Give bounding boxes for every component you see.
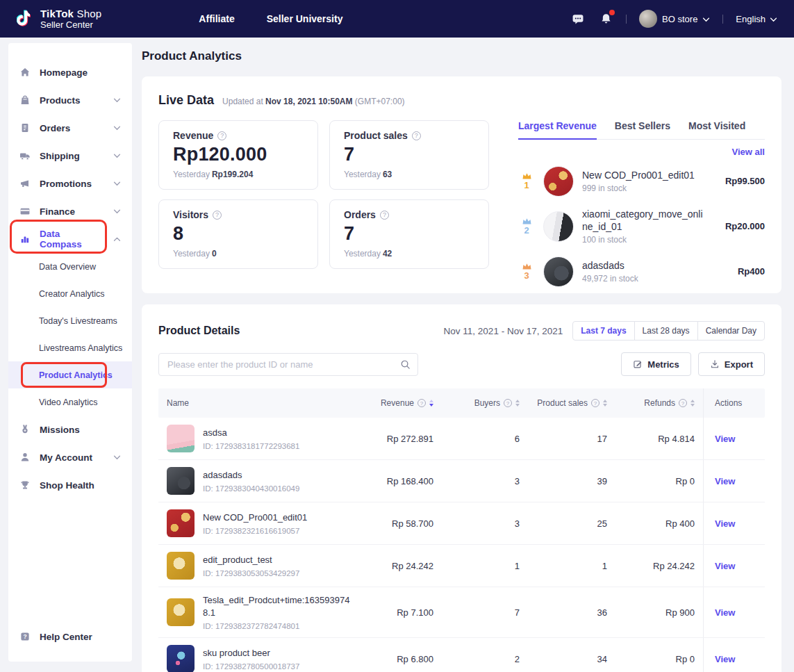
language-selector[interactable]: English (736, 14, 777, 24)
nav-link-affiliate[interactable]: Affiliate (199, 13, 234, 24)
stat-card-product-sales: Product sales 7 Yesterday63 (329, 120, 489, 190)
search-input[interactable] (167, 359, 400, 370)
sort-control[interactable] (690, 400, 695, 407)
updated-time: Nov 18, 2021 10:50AM (265, 97, 352, 106)
sidebar-item-missions[interactable]: Missions (8, 416, 132, 443)
question-circle-icon[interactable] (504, 399, 512, 407)
crown-icon (522, 218, 532, 225)
sidebar-item-shipping[interactable]: Shipping (8, 142, 132, 170)
column-revenue[interactable]: Revenue (372, 398, 442, 408)
metrics-icon (633, 359, 643, 369)
store-switcher[interactable]: BO store (639, 10, 710, 28)
column-buyers[interactable]: Buyers (442, 398, 528, 408)
question-circle-icon[interactable] (412, 131, 421, 140)
divider (722, 15, 723, 24)
updated-timezone: (GMT+07:00) (355, 97, 405, 106)
view-link[interactable]: View (715, 518, 735, 529)
question-circle-icon[interactable] (213, 211, 222, 220)
question-circle-icon[interactable] (380, 211, 389, 220)
sidebar-item-data-compass[interactable]: Data Compass (8, 225, 132, 253)
orders-icon (19, 122, 31, 133)
range-last-28-days[interactable]: Last 28 days (634, 321, 698, 341)
view-link[interactable]: View (715, 607, 735, 618)
table-row: asdsaID: 1729383181772293681 Rp 272.891 … (158, 418, 765, 459)
ranked-product-price: Rp99.500 (725, 176, 765, 186)
ranking-panel: Largest Revenue Best Sellers Most Visite… (518, 120, 765, 294)
table-row: edit_product_testID: 1729383053053429297… (158, 544, 765, 587)
ranked-product-1[interactable]: 1 New COD_Pro001_edit01 999 in stock Rp9… (518, 158, 765, 204)
view-link[interactable]: View (715, 654, 735, 664)
tab-best-sellers[interactable]: Best Sellers (615, 120, 670, 140)
sidebar-item-finance[interactable]: Finance (8, 197, 132, 225)
product-table: Name Revenue Buyers Product sales Refund… (158, 388, 765, 672)
sidebar-subitem-video-analytics[interactable]: Video Analytics (8, 388, 132, 416)
top-nav-links: Affiliate Seller University (199, 13, 342, 24)
sidebar-subitem-livestreams-analytics[interactable]: Livestreams Analytics (8, 334, 132, 361)
sort-control[interactable] (429, 400, 433, 407)
main-content: Product Analytics Live Data Updated at N… (142, 43, 781, 672)
sidebar-item-my-account[interactable]: My Account (8, 443, 132, 471)
question-circle-icon[interactable] (417, 399, 426, 407)
live-data-updated: Updated at Nov 18, 2021 10:50AM (GMT+07:… (222, 97, 405, 106)
tiktok-shop-logo[interactable]: TikTok Shop Seller Center (17, 8, 101, 30)
sidebar-item-help-center[interactable]: ? Help Center (8, 631, 132, 642)
sidebar-subitem-todays-livestreams[interactable]: Today's Livestreams (8, 307, 132, 334)
sort-control[interactable] (603, 400, 607, 407)
metrics-button[interactable]: Metrics (621, 352, 691, 376)
tiktok-note-icon (17, 8, 35, 29)
product-image (167, 509, 195, 537)
product-image (543, 256, 574, 287)
product-search (158, 353, 418, 376)
crown-icon (522, 263, 532, 270)
sidebar-item-shop-health[interactable]: Shop Health (8, 471, 132, 499)
column-actions: Actions (703, 388, 765, 418)
view-link[interactable]: View (715, 476, 735, 486)
question-circle-icon[interactable] (591, 399, 599, 407)
column-product-sales[interactable]: Product sales (528, 398, 615, 408)
view-all-link[interactable]: View all (518, 147, 765, 157)
sidebar-item-homepage[interactable]: Homepage (8, 58, 132, 86)
tab-largest-revenue[interactable]: Largest Revenue (518, 120, 597, 140)
ranked-product-stock: 999 in stock (582, 183, 717, 193)
table-body: asdsaID: 1729383181772293681 Rp 272.891 … (158, 418, 765, 672)
export-icon (710, 359, 720, 369)
logo-brand: TikTok (40, 8, 74, 19)
sidebar-subitem-product-analytics[interactable]: Product Analytics (8, 361, 132, 388)
range-calendar-day[interactable]: Calendar Day (697, 321, 765, 341)
column-name: Name (158, 398, 372, 408)
bell-icon[interactable] (598, 12, 613, 26)
chat-icon[interactable] (570, 12, 586, 26)
table-row: sku product beerID: 1729382780500018737 … (158, 637, 765, 672)
column-refunds[interactable]: Refunds (615, 398, 703, 408)
product-image (543, 166, 574, 197)
chevron-down-icon (113, 98, 121, 103)
chevron-down-icon (113, 126, 121, 131)
sort-control[interactable] (515, 400, 520, 407)
question-circle-icon[interactable] (679, 399, 687, 407)
product-image (167, 598, 195, 626)
sidebar-subitem-creator-analytics[interactable]: Creator Analytics (8, 280, 132, 307)
view-link[interactable]: View (715, 434, 735, 444)
nav-link-seller-university[interactable]: Seller University (267, 13, 343, 24)
sidebar-item-orders[interactable]: Orders (8, 114, 132, 142)
view-link[interactable]: View (715, 561, 735, 571)
ranked-product-name: xiaomi_category_move_online_id_01 (582, 208, 706, 233)
search-icon[interactable] (400, 359, 411, 370)
crown-icon (522, 172, 532, 180)
ranked-product-2[interactable]: 2 xiaomi_category_move_online_id_01 100 … (518, 204, 765, 249)
svg-text:?: ? (23, 633, 26, 640)
export-button[interactable]: Export (698, 352, 765, 376)
promotions-icon (19, 178, 31, 189)
product-image (167, 645, 195, 672)
ranking-tabs: Largest Revenue Best Sellers Most Visite… (518, 120, 765, 140)
product-image (543, 211, 574, 242)
top-nav: TikTok Shop Seller Center Affiliate Sell… (0, 0, 794, 38)
question-circle-icon[interactable] (217, 131, 226, 140)
ranked-product-price: Rp20.000 (725, 221, 765, 231)
sidebar-subitem-data-overview[interactable]: Data Overview (8, 253, 132, 280)
sidebar-item-promotions[interactable]: Promotions (8, 170, 132, 197)
ranked-product-3[interactable]: 3 adasdads 49,972 in stock Rp400 (518, 249, 765, 294)
sidebar-item-products[interactable]: Products (8, 86, 132, 114)
tab-most-visited[interactable]: Most Visited (688, 120, 745, 140)
range-last-7-days[interactable]: Last 7 days (572, 321, 634, 341)
